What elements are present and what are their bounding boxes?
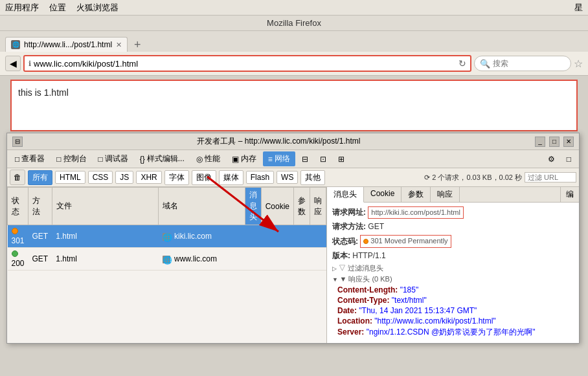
browser-tab[interactable]: 🌐 http://www.li.../post/1.html ✕ [5,37,128,52]
network-icon: ≡ [268,155,273,164]
devtools-tab-inspector[interactable]: □ 查看器 [10,151,50,166]
cell-msg [245,248,261,271]
header-name-server: Server: [337,327,364,337]
cell-params [294,248,310,271]
security-icon: ℹ [28,60,31,68]
detail-tab-cookies[interactable]: Cookie [364,187,401,202]
detail-edit-button[interactable]: 编 [560,187,579,202]
request-stats: ⟳ 2 个请求，0.03 KB，0.02 秒 [424,173,522,182]
console-icon: □ [56,155,61,164]
url-bar-container: ℹ ↻ [23,55,471,72]
devtools-tab-performance[interactable]: ◎ 性能 [191,151,225,166]
filter-other[interactable]: 其他 [300,170,325,185]
filter-ws[interactable]: WS [277,171,298,184]
header-val-location: "http://www.lic.com/kiki/post/1.html" [374,316,495,326]
devtools-dock-button[interactable]: ⊟ [12,137,23,147]
header-val-server: "nginx/1.12.CSDN @奶奶常说要为了那年的光啊" [367,327,536,337]
table-row[interactable]: 301 GET 1.html 🌐 kiki.lic.com [8,225,326,248]
detail-tab-params[interactable]: 参数 [401,187,431,202]
cell-resp [310,225,326,248]
site-icon: 🌐 [163,256,170,263]
status-code: 301 [12,236,25,245]
devtools-close-button[interactable]: ✕ [563,137,574,147]
site-icon: 🌐 [163,233,170,241]
filter-html[interactable]: HTML [55,171,85,184]
style-label: 样式编辑... [147,153,185,164]
devtools-tab-network[interactable]: ≡ 网络 [263,151,295,166]
detail-tab-response[interactable]: 响应 [431,187,460,202]
header-val-content-length: "185" [400,285,419,294]
filter-headers-section[interactable]: ▽ 过滤消息头 [332,263,574,273]
devtools-window-controls: _ □ ✕ [535,137,574,147]
filter-all[interactable]: 所有 [28,170,52,185]
devtools-title: 开发者工具 – http://www.lic.com/kiki/post/1.h… [23,136,535,147]
table-row[interactable]: 200 GET 1.html 🌐 www.lic.com [8,248,326,271]
detail-tab-headers[interactable]: 消息头 [327,187,364,203]
debugger-icon: □ [98,155,103,164]
devtools-tab-style[interactable]: {} 样式编辑... [135,151,190,166]
cell-resp [310,248,326,271]
request-method-label: 请求方法: [332,222,366,231]
cell-method: GET [28,248,52,271]
devtools-settings-button[interactable]: ⚙ [543,153,560,166]
network-table: 状态 方法 文件 域名 消息头 Cookie 参数 响应 301 [7,187,326,271]
cell-cookie [261,225,293,248]
filter-url-input[interactable] [525,172,576,182]
devtools-tab-memory[interactable]: ▣ 内存 [227,151,262,166]
header-name-content-length: Content-Length: [337,285,398,294]
devtools-tab-extra1[interactable]: ⊟ [297,153,313,166]
memory-label: 内存 [241,153,256,164]
response-headers-section[interactable]: ▼ 响应头 (0 KB) [332,274,574,284]
devtools-minimize-button[interactable]: _ [535,137,545,147]
style-icon: {} [140,155,145,164]
devtools-tab-extra4[interactable]: □ [561,153,576,166]
devtools-left-controls: ⊟ [12,137,23,147]
back-button[interactable]: ◀ [5,56,21,71]
status-code: 200 [12,259,25,268]
tab-favicon: 🌐 [11,40,20,49]
devtools-tab-extra3[interactable]: ⊞ [333,153,350,166]
tab-close-button[interactable]: ✕ [116,41,122,49]
extra1-icon: ⊟ [302,155,308,164]
inspector-icon: □ [15,155,19,164]
bookmark-button[interactable]: ☆ [574,58,583,70]
header-server: Server: "nginx/1.12.CSDN @奶奶常说要为了那年的光啊" [337,327,574,338]
reload-button[interactable]: ↻ [458,58,466,69]
page-content: this is 1.html [10,80,578,131]
status-dot [363,239,368,244]
status-label: 状态码: [332,237,358,246]
devtools-maximize-button[interactable]: □ [549,137,560,147]
detail-tabs: 消息头 Cookie 参数 响应 编 [327,187,579,203]
extra4-icon: □ [567,155,571,164]
filter-fonts[interactable]: 字体 [164,170,189,185]
new-tab-button[interactable]: + [130,38,145,52]
filter-flash[interactable]: Flash [246,171,274,184]
devtools-tab-debugger[interactable]: □ 调试器 [93,151,133,166]
menu-firefox[interactable]: 火狐浏览器 [76,2,119,14]
menu-app[interactable]: 应用程序 [5,2,39,14]
filter-media[interactable]: 媒体 [219,170,243,185]
os-label: 星 [574,2,583,14]
menu-position[interactable]: 位置 [49,2,66,14]
filter-xhr[interactable]: XHR [136,171,161,184]
cell-domain: 🌐 www.lic.com [159,248,245,271]
col-domain: 域名 [159,188,245,225]
detail-content: 请求网址: http://kiki.lic.com/post/1.html 请求… [327,203,579,343]
col-status: 状态 [8,188,28,225]
filter-css[interactable]: CSS [88,171,113,184]
url-input[interactable] [34,59,456,69]
search-box: 🔍 [474,56,571,71]
header-name-content-type: Content-Type: [337,296,389,305]
version-row: 版本: HTTP/1.1 [332,250,574,261]
filter-images[interactable]: 图像 [192,170,216,185]
devtools-tab-extra2[interactable]: ⊡ [315,153,332,166]
status-indicator [12,228,18,234]
devtools-tab-console[interactable]: □ 控制台 [51,151,91,166]
header-name-date: Date: [337,306,357,315]
performance-icon: ◎ [196,155,203,164]
filter-js[interactable]: JS [115,171,133,184]
request-url-row: 请求网址: http://kiki.lic.com/post/1.html [332,206,574,219]
clear-requests-button[interactable]: 🗑 [10,170,25,185]
page-text: this is 1.html [18,87,69,98]
status-value: 301 Moved Permanently [360,235,451,247]
